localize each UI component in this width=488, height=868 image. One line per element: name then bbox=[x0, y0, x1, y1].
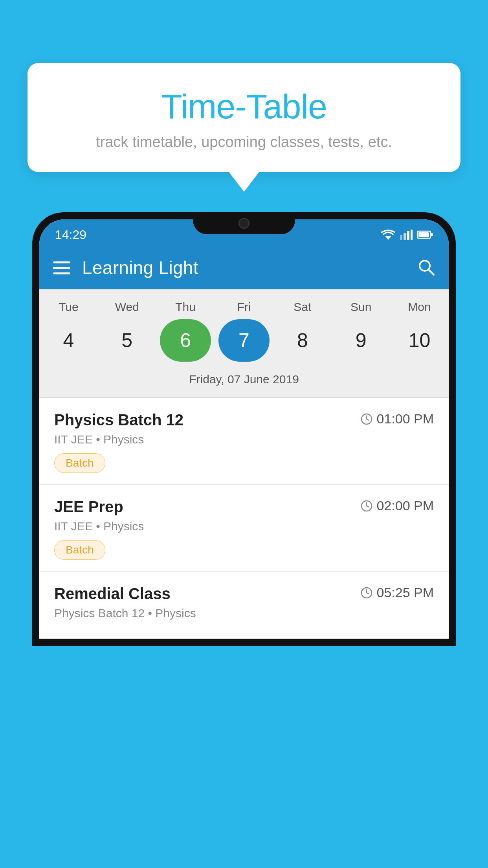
day-sat[interactable]: Sat bbox=[277, 300, 328, 314]
class-item-3-header: Remedial Class 05:25 PM bbox=[54, 585, 434, 603]
class-3-time: 05:25 PM bbox=[361, 585, 434, 600]
svg-rect-4 bbox=[411, 230, 413, 240]
bubble-title: Time-Table bbox=[47, 86, 441, 127]
day-tue[interactable]: Tue bbox=[43, 300, 94, 314]
phone-notch bbox=[193, 212, 295, 234]
svg-line-15 bbox=[367, 506, 369, 507]
class-item-3[interactable]: Remedial Class 05:25 PM Physics Batch 12… bbox=[39, 572, 449, 639]
days-header: Tue Wed Thu Fri Sat Sun Mon bbox=[39, 300, 449, 314]
svg-line-12 bbox=[367, 419, 369, 420]
phone-outer: 14:29 bbox=[32, 212, 456, 646]
day-wed[interactable]: Wed bbox=[101, 300, 152, 314]
class-item-2-header: JEE Prep 02:00 PM bbox=[54, 498, 434, 516]
class-3-name: Remedial Class bbox=[54, 585, 361, 603]
hamburger-menu-icon[interactable] bbox=[53, 261, 70, 274]
svg-rect-7 bbox=[418, 232, 429, 237]
clock-icon-1 bbox=[361, 413, 372, 425]
svg-rect-2 bbox=[404, 233, 406, 240]
signal-icon bbox=[400, 230, 413, 240]
date-9[interactable]: 9 bbox=[336, 319, 387, 362]
class-1-time: 01:00 PM bbox=[361, 411, 434, 427]
wifi-icon bbox=[381, 230, 395, 240]
svg-rect-3 bbox=[407, 231, 409, 240]
date-10[interactable]: 10 bbox=[394, 319, 445, 362]
class-1-batch-tag[interactable]: Batch bbox=[54, 453, 105, 473]
status-time: 14:29 bbox=[55, 228, 86, 242]
app-bar: Learning Light bbox=[39, 246, 449, 289]
class-2-name: JEE Prep bbox=[54, 498, 361, 516]
class-2-meta: IIT JEE • Physics bbox=[54, 520, 434, 533]
svg-line-9 bbox=[429, 270, 434, 275]
date-7-selected[interactable]: 7 bbox=[218, 319, 270, 362]
search-icon[interactable] bbox=[417, 258, 435, 278]
hamburger-line-2 bbox=[53, 267, 70, 269]
day-mon[interactable]: Mon bbox=[394, 300, 445, 314]
class-item-1[interactable]: Physics Batch 12 01:00 PM IIT JEE • Phys… bbox=[39, 398, 449, 485]
battery-icon bbox=[417, 230, 433, 239]
phone-screen: 14:29 bbox=[39, 219, 449, 639]
status-icons bbox=[381, 230, 433, 240]
hamburger-line-3 bbox=[53, 272, 70, 274]
calendar-strip: Tue Wed Thu Fri Sat Sun Mon 4 5 6 7 8 9 … bbox=[39, 289, 449, 397]
dates-row: 4 5 6 7 8 9 10 bbox=[39, 319, 449, 362]
date-4[interactable]: 4 bbox=[43, 319, 94, 362]
day-fri[interactable]: Fri bbox=[218, 300, 270, 314]
svg-line-18 bbox=[367, 593, 369, 594]
date-8[interactable]: 8 bbox=[277, 319, 328, 362]
class-3-meta: Physics Batch 12 • Physics bbox=[54, 607, 434, 620]
app-bar-title: Learning Light bbox=[82, 257, 405, 278]
class-1-meta: IIT JEE • Physics bbox=[54, 433, 434, 446]
class-item-1-header: Physics Batch 12 01:00 PM bbox=[54, 411, 434, 429]
class-item-2[interactable]: JEE Prep 02:00 PM IIT JEE • Physics Batc… bbox=[39, 485, 449, 572]
date-5[interactable]: 5 bbox=[101, 319, 152, 362]
class-list: Physics Batch 12 01:00 PM IIT JEE • Phys… bbox=[39, 398, 449, 639]
hamburger-line-1 bbox=[53, 261, 70, 263]
phone-wrapper: 14:29 bbox=[32, 212, 456, 868]
speech-bubble: Time-Table track timetable, upcoming cla… bbox=[28, 63, 460, 172]
svg-rect-6 bbox=[431, 233, 433, 236]
phone-camera bbox=[238, 218, 250, 229]
selected-date-label: Friday, 07 June 2019 bbox=[39, 369, 449, 394]
clock-icon-3 bbox=[361, 587, 372, 599]
clock-icon-2 bbox=[361, 500, 372, 512]
class-2-time: 02:00 PM bbox=[361, 498, 434, 513]
day-sun[interactable]: Sun bbox=[336, 300, 387, 314]
date-6-today[interactable]: 6 bbox=[160, 319, 211, 362]
svg-marker-0 bbox=[385, 236, 391, 240]
day-thu[interactable]: Thu bbox=[160, 300, 211, 314]
bubble-subtitle: track timetable, upcoming classes, tests… bbox=[47, 134, 441, 151]
svg-rect-1 bbox=[400, 235, 402, 240]
class-2-batch-tag[interactable]: Batch bbox=[54, 540, 105, 560]
class-1-name: Physics Batch 12 bbox=[54, 411, 361, 429]
